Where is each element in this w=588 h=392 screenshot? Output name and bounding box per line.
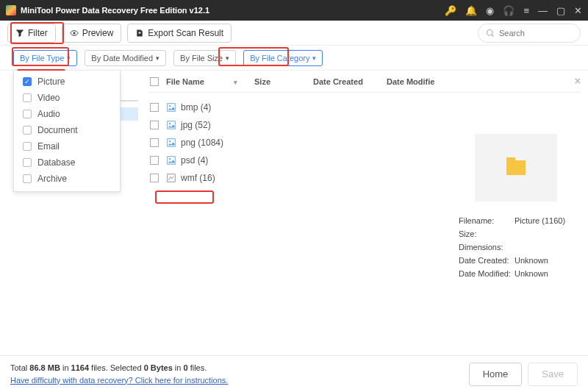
filter-by-date[interactable]: By Date Modified▾ xyxy=(85,50,166,66)
maximize-icon[interactable]: ▢ xyxy=(556,5,565,16)
preview-details: Filename:Picture (1160) Size: Dimensions… xyxy=(459,216,573,278)
preview-pane: Filename:Picture (1160) Size: Dimensions… xyxy=(459,134,573,282)
close-icon[interactable]: ✕ xyxy=(574,5,582,16)
headset-icon[interactable]: 🎧 xyxy=(503,5,514,16)
main-area: Picture Video Audio Document Email Datab… xyxy=(0,71,588,355)
type-option-database[interactable]: Database xyxy=(14,154,120,171)
minimize-icon[interactable]: — xyxy=(538,5,548,16)
file-name: jpg (52) xyxy=(181,120,211,130)
row-checkbox[interactable] xyxy=(150,138,159,147)
detail-value: Unknown xyxy=(514,269,548,278)
filter-by-date-label: By Date Modified xyxy=(91,54,153,63)
row-checkbox[interactable] xyxy=(150,156,159,165)
col-size[interactable]: Size xyxy=(254,77,313,86)
status-bar: Total 86.8 MB in 1164 files. Selected 0 … xyxy=(0,355,588,392)
checkbox-icon[interactable] xyxy=(23,174,32,183)
col-created[interactable]: Date Created xyxy=(313,77,387,86)
image-file-icon xyxy=(166,102,176,113)
checkbox-icon[interactable] xyxy=(23,142,32,151)
file-name: psd (4) xyxy=(181,155,208,165)
image-file-icon xyxy=(166,120,176,130)
filter-by-type-label: By File Type xyxy=(20,54,64,63)
svg-point-0 xyxy=(73,32,75,34)
row-checkbox[interactable] xyxy=(150,121,159,129)
select-all-checkbox[interactable] xyxy=(150,77,159,86)
option-label: Video xyxy=(37,93,60,103)
filter-by-category-label: By File Category xyxy=(250,54,309,63)
status-text: Total 86.8 MB in 1164 files. Selected 0 … xyxy=(10,362,228,386)
checkbox-icon[interactable] xyxy=(23,77,32,86)
key-icon[interactable]: 🔑 xyxy=(445,5,456,16)
funnel-icon xyxy=(15,29,24,38)
file-name: png (1084) xyxy=(181,138,223,148)
preview-thumbnail xyxy=(475,134,557,202)
type-option-audio[interactable]: Audio xyxy=(14,106,120,122)
option-label: Archive xyxy=(37,174,67,184)
sort-caret-icon: ▾ xyxy=(234,79,237,86)
menu-icon[interactable]: ≡ xyxy=(523,5,529,16)
checkbox-icon[interactable] xyxy=(23,93,32,102)
preview-button[interactable]: Preview xyxy=(62,24,122,43)
window-title: MiniTool Power Data Recovery Free Editio… xyxy=(21,6,445,15)
folder-icon xyxy=(506,160,526,175)
chevron-down-icon: ▾ xyxy=(67,54,71,62)
file-row[interactable]: jpg (52) xyxy=(148,116,581,134)
file-type-dropdown: Picture Video Audio Document Email Datab… xyxy=(13,71,121,192)
svg-rect-2 xyxy=(168,104,176,112)
preview-label: Preview xyxy=(82,28,114,38)
file-name: wmf (16) xyxy=(181,173,215,183)
titlebar-controls: 🔑 🔔 ◉ 🎧 ≡ — ▢ ✕ xyxy=(445,5,582,16)
checkbox-icon[interactable] xyxy=(23,158,32,167)
sidebar-peek-selection xyxy=(121,107,138,121)
detail-value: Picture (1160) xyxy=(514,216,565,225)
close-panel-icon[interactable]: × xyxy=(575,75,581,87)
filter-by-size[interactable]: By File Size▾ xyxy=(173,50,236,66)
filter-by-category[interactable]: By File Category▾ xyxy=(243,50,323,66)
search-box[interactable] xyxy=(478,24,581,43)
row-checkbox[interactable] xyxy=(150,103,159,112)
file-row[interactable]: bmp (4) xyxy=(148,99,581,116)
svg-point-9 xyxy=(169,158,171,160)
file-name: bmp (4) xyxy=(181,102,211,113)
toolbar: Filter Preview Export Scan Result xyxy=(0,21,588,46)
col-modified[interactable]: Date Modifie xyxy=(387,77,445,86)
filter-by-size-label: By File Size xyxy=(180,54,223,63)
type-option-picture[interactable]: Picture xyxy=(14,74,120,90)
col-name[interactable]: File Name▾ xyxy=(166,77,254,86)
export-icon xyxy=(135,29,144,38)
filter-by-type[interactable]: By File Type▾ xyxy=(13,50,77,66)
search-input[interactable] xyxy=(499,29,565,38)
image-file-icon xyxy=(166,138,176,148)
sidebar-peek-divider xyxy=(121,100,138,101)
export-button[interactable]: Export Scan Result xyxy=(127,24,232,43)
option-label: Audio xyxy=(37,109,60,119)
detail-key: Date Created: xyxy=(459,256,514,265)
type-option-email[interactable]: Email xyxy=(14,138,120,154)
detail-key: Date Modified: xyxy=(459,269,514,278)
chevron-down-icon: ▾ xyxy=(156,54,159,62)
export-label: Export Scan Result xyxy=(148,28,223,38)
bell-icon[interactable]: 🔔 xyxy=(465,5,477,16)
detail-key: Size: xyxy=(459,229,514,238)
type-option-video[interactable]: Video xyxy=(14,90,120,106)
help-link[interactable]: Have difficulty with data recovery? Clic… xyxy=(10,376,228,385)
home-button[interactable]: Home xyxy=(469,363,523,386)
svg-rect-8 xyxy=(168,157,176,165)
globe-icon[interactable]: ◉ xyxy=(486,5,494,16)
search-icon xyxy=(486,29,495,38)
type-option-archive[interactable]: Archive xyxy=(14,171,120,187)
checkbox-icon[interactable] xyxy=(23,126,32,135)
chevron-down-icon: ▾ xyxy=(226,54,229,62)
detail-value: Unknown xyxy=(514,256,548,265)
svg-point-1 xyxy=(487,29,493,35)
svg-point-5 xyxy=(169,123,171,124)
svg-rect-6 xyxy=(168,139,176,147)
filter-button[interactable]: Filter xyxy=(7,24,56,43)
save-button[interactable]: Save xyxy=(528,363,578,386)
type-option-document[interactable]: Document xyxy=(14,122,120,138)
detail-key: Dimensions: xyxy=(459,243,514,252)
chevron-down-icon: ▾ xyxy=(312,54,316,62)
option-label: Database xyxy=(37,157,75,168)
row-checkbox[interactable] xyxy=(150,174,159,182)
checkbox-icon[interactable] xyxy=(23,110,32,118)
